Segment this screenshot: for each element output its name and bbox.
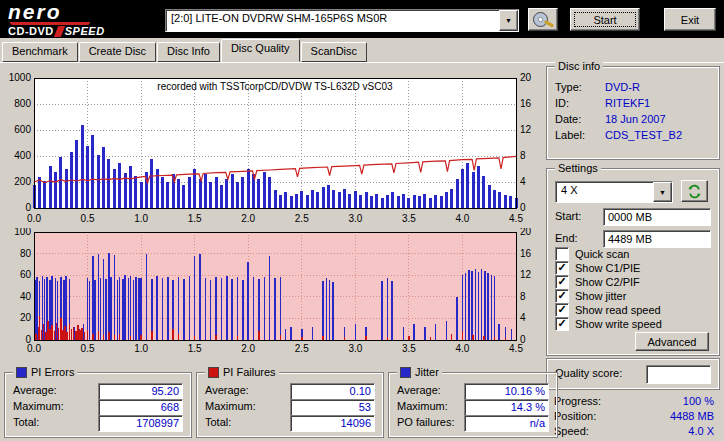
svg-text:4.0: 4.0 xyxy=(455,343,469,354)
checkbox-icon[interactable] xyxy=(555,247,569,261)
checkbox-show-c2-pif[interactable]: ✓ Show C2/PIF xyxy=(555,275,640,288)
svg-text:1.0: 1.0 xyxy=(134,343,148,354)
stats-title-text: Jitter xyxy=(415,366,439,379)
checkbox-icon[interactable]: ✓ xyxy=(555,317,569,331)
jitter-stats-group: Jitter Average: 10.16 % Maximum: 14.3 % … xyxy=(388,372,558,438)
tab-scandisc[interactable]: ScanDisc xyxy=(301,42,367,62)
svg-text:600: 600 xyxy=(14,124,31,135)
start-button[interactable]: Start xyxy=(570,8,640,31)
stat-value: 1708997 xyxy=(98,415,183,432)
stat-label: Maximum: xyxy=(205,400,256,412)
checkbox-icon[interactable]: ✓ xyxy=(555,275,569,289)
svg-text:0.5: 0.5 xyxy=(81,343,95,354)
stat-value: 14096 xyxy=(290,415,375,432)
tab-create-disc[interactable]: Create Disc xyxy=(79,42,156,62)
stat-value: 14.3 % xyxy=(464,399,549,416)
checkbox-show-write-speed[interactable]: ✓ Show write speed xyxy=(555,317,662,330)
svg-text:200: 200 xyxy=(14,176,31,187)
position-row: Position: 4488 MB xyxy=(554,410,714,423)
drive-select[interactable]: [2:0] LITE-ON DVDRW SHM-165P6S MS0R ▼ xyxy=(165,9,519,32)
disc-info-title: Disc info xyxy=(555,60,603,73)
speed-label: Speed: xyxy=(554,425,589,437)
position-label: Position: xyxy=(554,410,596,422)
tab-bar: Benchmark Create Disc Disc Info Disc Qua… xyxy=(2,41,368,62)
pi-failures-stats-group: PI Failures Average: 0.10 Maximum: 53 To… xyxy=(196,372,384,438)
tab-benchmark[interactable]: Benchmark xyxy=(2,42,78,62)
pi-failures-stats-title: PI Failures xyxy=(205,366,279,379)
disc-label-value: CDS_TEST_B2 xyxy=(605,129,682,141)
advanced-button[interactable]: Advanced xyxy=(635,332,709,351)
svg-text:0: 0 xyxy=(520,202,526,213)
logo-nero-text: nero xyxy=(8,1,105,22)
chevron-down-icon[interactable]: ▼ xyxy=(499,10,518,31)
svg-text:12: 12 xyxy=(520,269,532,280)
end-label: End: xyxy=(555,232,578,244)
pif-jitter-chart: 0204060801000481216200.00.51.01.52.02.53… xyxy=(2,228,542,362)
svg-text:4: 4 xyxy=(520,312,526,323)
checkbox-label: Quick scan xyxy=(575,248,629,260)
stat-row: Maximum: 53 xyxy=(205,399,375,414)
pi-errors-stats-title: PI Errors xyxy=(13,366,77,379)
svg-text:3.0: 3.0 xyxy=(348,213,362,224)
disc-date-label: Date: xyxy=(555,113,581,125)
stat-label: Total: xyxy=(13,416,39,428)
stat-row: Average: 10.16 % xyxy=(397,383,549,398)
checkbox-show-jitter[interactable]: ✓ Show jitter xyxy=(555,289,626,302)
stat-label: Maximum: xyxy=(13,400,64,412)
settings-group: Settings 4 X ▼ Start: 0000 MB End: 4489 … xyxy=(546,168,720,356)
checkbox-quick-scan[interactable]: Quick scan xyxy=(555,247,629,260)
checkbox-icon[interactable]: ✓ xyxy=(555,303,569,317)
disc-tray-button[interactable] xyxy=(528,8,558,31)
progress-value: 100 % xyxy=(683,395,714,407)
tab-disc-quality[interactable]: Disc Quality xyxy=(221,39,300,62)
start-position-field[interactable]: 0000 MB xyxy=(603,208,711,226)
stat-row: Maximum: 668 xyxy=(13,399,183,414)
pi-failures-color-icon xyxy=(208,367,219,378)
position-value: 4488 MB xyxy=(670,410,714,422)
svg-text:1.5: 1.5 xyxy=(188,343,202,354)
scan-speed-select[interactable]: 4 X ▼ xyxy=(555,181,673,203)
svg-text:800: 800 xyxy=(14,98,31,109)
checkbox-label: Show jitter xyxy=(575,290,626,302)
svg-text:0.0: 0.0 xyxy=(27,343,41,354)
svg-text:60: 60 xyxy=(20,269,32,280)
checkbox-label: Show C1/PIE xyxy=(575,262,640,274)
stats-title-text: PI Failures xyxy=(223,366,276,379)
end-position-field[interactable]: 4489 MB xyxy=(603,230,711,248)
exit-button[interactable]: Exit xyxy=(664,8,716,31)
svg-text:3.0: 3.0 xyxy=(348,343,362,354)
disc-id-value: RITEKF1 xyxy=(605,97,650,109)
chevron-down-icon[interactable]: ▼ xyxy=(653,182,672,202)
stat-label: Average: xyxy=(205,384,249,396)
svg-text:2.5: 2.5 xyxy=(295,213,309,224)
quality-score-label: Quality score: xyxy=(555,367,622,379)
title-bar: nero CD-DVD SPEED [2:0] LITE-ON DVDRW SH… xyxy=(0,0,724,38)
logo-speed-text: SPEED xyxy=(65,26,105,37)
pi-errors-stats-group: PI Errors Average: 95.20 Maximum: 668 To… xyxy=(4,372,192,438)
checkbox-show-c1-pie[interactable]: ✓ Show C1/PIE xyxy=(555,261,640,274)
svg-text:80: 80 xyxy=(20,248,32,259)
checkbox-show-read-speed[interactable]: ✓ Show read speed xyxy=(555,303,661,316)
disc-date-value: 18 Jun 2007 xyxy=(605,113,666,125)
svg-text:2.0: 2.0 xyxy=(241,343,255,354)
stat-row: Average: 95.20 xyxy=(13,383,183,398)
svg-text:0: 0 xyxy=(25,202,31,213)
svg-text:100: 100 xyxy=(14,228,31,237)
stat-value: 668 xyxy=(98,399,183,416)
tab-disc-info[interactable]: Disc Info xyxy=(157,42,220,62)
disc-icon xyxy=(532,11,554,28)
stat-row: Total: 1708997 xyxy=(13,415,183,430)
checkbox-icon[interactable]: ✓ xyxy=(555,289,569,303)
pi-errors-color-icon xyxy=(16,367,27,378)
svg-text:400: 400 xyxy=(14,150,31,161)
svg-text:1.0: 1.0 xyxy=(134,213,148,224)
svg-text:1000: 1000 xyxy=(9,72,32,83)
disc-info-group: Disc info Type: DVD-R ID: RITEKF1 Date: … xyxy=(546,66,720,160)
refresh-speeds-button[interactable] xyxy=(681,180,708,202)
jitter-stats-title: Jitter xyxy=(397,366,442,379)
checkbox-icon[interactable]: ✓ xyxy=(555,261,569,275)
svg-text:3.5: 3.5 xyxy=(402,343,416,354)
svg-text:4: 4 xyxy=(520,176,526,187)
svg-text:20: 20 xyxy=(520,72,532,83)
stat-row: Maximum: 14.3 % xyxy=(397,399,549,414)
